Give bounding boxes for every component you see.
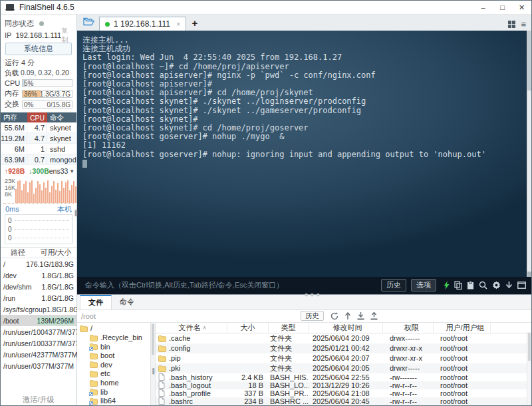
parent-directory-icon[interactable] [344, 312, 351, 320]
path-history-button[interactable]: 历史 [301, 311, 324, 321]
column-header-size[interactable]: 大小 [227, 323, 269, 333]
proc-col-cpu[interactable]: CPU [27, 112, 47, 122]
disk-row[interactable]: /run 1.8G/1.8G [1, 292, 76, 304]
disk-path: /run/user/0 [3, 362, 37, 370]
proc-col-cmd[interactable]: 命令 [47, 112, 76, 122]
disk-row[interactable]: /boot 139M/296M [1, 315, 76, 326]
process-row[interactable]: 6M 1 sshd [1, 144, 76, 154]
tree-item[interactable]: bin [77, 342, 150, 351]
file-row[interactable]: .bashrc 234 B BASHRC ... 2025/06/04 20:4… [156, 397, 531, 405]
layout-grid-icon[interactable] [508, 21, 515, 28]
disk-avail: 377M/377M [37, 362, 74, 370]
history-button[interactable]: 历史 [381, 279, 406, 292]
column-header-perm[interactable]: 权限 [383, 323, 434, 333]
tree-item[interactable]: etc [77, 369, 150, 379]
disk-row[interactable]: /run/user/42 377M/377M [1, 349, 76, 360]
tab-list-icon[interactable]: ≡ [521, 21, 526, 28]
meter-bar: 0% 0/15.8G [22, 101, 72, 108]
file-icon [158, 381, 166, 389]
disk-row[interactable]: /run/user/0 377M/377M [1, 360, 76, 371]
file-row[interactable]: .cache 文件夹 2025/06/04 20:09 drwx------ r… [156, 333, 531, 343]
scroll-down-icon[interactable] [505, 282, 513, 290]
connection-manager-button[interactable] [80, 15, 96, 30]
paste-icon[interactable] [467, 281, 474, 290]
terminal-tab[interactable]: 1 192.168.1.111 × [99, 17, 186, 31]
ytick: 16K [5, 184, 15, 191]
minimize-button[interactable]: – [473, 1, 493, 14]
disk-row[interactable]: /dev 1.8G/1.8G [1, 270, 76, 281]
terminal-screen[interactable]: 连接主机...连接主机成功Last login: Wed Jun 4 22:55… [77, 31, 531, 277]
maximize-button[interactable]: □ [493, 1, 512, 14]
tree-item[interactable]: .Recycle_bin [77, 333, 150, 342]
process-row[interactable]: 63.9M 0.7 mongod [1, 154, 76, 165]
file-row[interactable]: .bash_logout 18 B BASH_LO... 2013/12/29 … [156, 381, 531, 389]
traffic-bar [69, 190, 70, 204]
tree-item[interactable]: home [77, 378, 150, 387]
terminal-line: [root@localhost goserver]# nohup: ignori… [82, 150, 522, 159]
file-icon [158, 389, 166, 397]
file-row[interactable]: .pip 文件夹 2025/06/04 20:07 drwxr-xr-x roo… [156, 353, 531, 363]
disk-col-path[interactable]: 路径 [1, 248, 35, 258]
tree-item[interactable]: lib64 [77, 396, 150, 405]
tree-splitter[interactable]: ●●● [152, 368, 155, 374]
system-info-button[interactable]: 系统信息 [5, 43, 72, 55]
proc-mem: 6M [1, 145, 27, 153]
sidebar-splitter[interactable]: ●●● [74, 210, 78, 216]
traffic-bar [61, 181, 63, 203]
tree-item[interactable]: boot [77, 351, 150, 360]
column-header-type[interactable]: 类型 [269, 323, 309, 333]
gear-icon[interactable] [492, 281, 501, 290]
upload-icon[interactable] [370, 312, 378, 320]
column-header-mtime[interactable]: 修改时间 [309, 323, 383, 333]
tree-scrollbar[interactable]: ●●● [150, 323, 156, 405]
process-row[interactable]: 119.2M 4.7 skynet [1, 133, 76, 144]
file-row[interactable]: .pki 文件夹 2025/06/04 20:05 drwxr----- roo… [156, 363, 531, 373]
terminal-scrollbar[interactable] [527, 31, 531, 277]
disk-col-avail[interactable]: 可用/大小 [35, 248, 76, 258]
terminal-line: [root@localhost skynet]# ./skynet ../gam… [82, 106, 522, 115]
disk-row[interactable]: /dev/shm 1.8G/1.8G [1, 281, 76, 292]
chevron-down-icon[interactable]: ▼ [69, 168, 74, 174]
copy-ip-button[interactable]: 复制 [61, 26, 72, 45]
file-row[interactable]: .bash_profile 337 B BASH_PR... 2025/06/0… [156, 389, 531, 397]
terminal-tab-bar: 1 192.168.1.111 × + ≡ [77, 15, 531, 31]
activate-upgrade-link[interactable]: 激活/升级 [1, 393, 76, 405]
disk-row[interactable]: /run/user/1003 377M/377M [1, 337, 76, 349]
path-input[interactable]: /root [81, 312, 301, 320]
new-tab-button[interactable]: + [192, 17, 198, 29]
power-lightning-icon[interactable] [444, 281, 450, 290]
disk-row[interactable]: / 176.1G/183.9G [1, 258, 76, 270]
options-button[interactable]: 选项 [411, 279, 436, 292]
disk-avail: 1.8G/1.8G [47, 305, 78, 313]
download-icon[interactable] [357, 312, 364, 320]
file-row[interactable]: .config 文件夹 2025/01/21 00:42 drwxr-xr-x … [156, 343, 531, 353]
column-header-filename[interactable]: 文件名∧ [156, 323, 227, 333]
ping-target[interactable]: 本机 [57, 204, 72, 214]
disk-avail: 377M/377M [41, 351, 77, 359]
disk-row[interactable]: /run/user/1004 377M/377M [1, 326, 76, 337]
process-row[interactable]: 55.6M 4.7 skynet [1, 122, 76, 133]
tab-commands[interactable]: 命令 [112, 295, 142, 309]
panel-splitter[interactable]: ● ● ● [305, 294, 321, 296]
traffic-bar [21, 190, 23, 204]
search-icon[interactable] [479, 281, 487, 290]
file-row[interactable]: .bash_history 2.4 KB BASH_HIS... 2025/06… [156, 373, 531, 381]
refresh-icon[interactable] [331, 312, 338, 320]
folder-open-icon [83, 17, 94, 29]
tab-files[interactable]: 文件 [80, 295, 112, 309]
tree-item-label: / [90, 324, 92, 332]
file-table-scrollbar[interactable] [527, 332, 531, 405]
fullscreen-window-icon[interactable] [517, 282, 526, 289]
tab-close-icon[interactable]: × [176, 20, 180, 28]
tree-item[interactable]: / [77, 324, 150, 333]
interface-select[interactable]: ens33 [49, 167, 68, 175]
copy-icon[interactable] [454, 281, 462, 290]
tree-item[interactable]: lib [77, 387, 150, 397]
ip-label: IP [5, 31, 11, 39]
proc-col-mem[interactable]: 内存 [1, 112, 27, 122]
tree-item[interactable]: dev [77, 360, 150, 369]
disk-row[interactable]: /sys/fs/cgroup 1.8G/1.8G [1, 304, 76, 315]
close-button[interactable]: ✕ [512, 1, 531, 14]
column-header-owner[interactable]: 用户/用户组 [434, 323, 491, 333]
file-icon [158, 397, 166, 405]
